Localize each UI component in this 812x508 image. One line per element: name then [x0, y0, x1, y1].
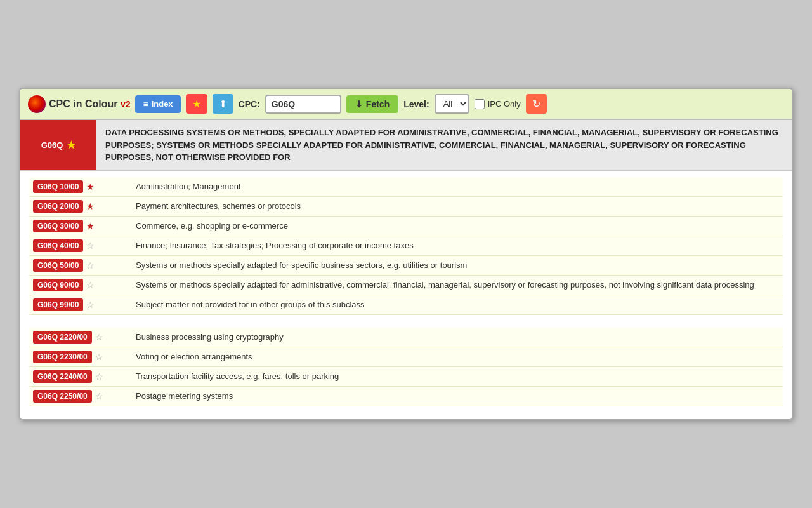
row-description: Voting or election arrangements [131, 351, 783, 363]
table-row: G06Q 2250/00☆Postage metering systems [29, 387, 783, 406]
section-gap [29, 321, 783, 328]
table-row: G06Q 40/00☆Finance; Insurance; Tax strat… [29, 236, 783, 256]
upload-button[interactable]: ⬆ [213, 94, 233, 114]
code-badge[interactable]: G06Q 2220/00 [33, 331, 92, 344]
section-main: G06Q 10/00★Administration; ManagementG06… [29, 177, 783, 315]
star-filled-icon[interactable]: ★ [86, 221, 95, 231]
code-badge[interactable]: G06Q 30/00 [33, 220, 83, 232]
star-filled-icon[interactable]: ★ [86, 201, 95, 211]
row-code-cell: G06Q 30/00★ [29, 218, 131, 234]
code-badge[interactable]: G06Q 10/00 [33, 180, 83, 193]
row-code-cell: G06Q 10/00★ [29, 179, 131, 194]
table-row: G06Q 2220/00☆Business processing using c… [29, 328, 783, 347]
code-badge[interactable]: G06Q 99/00 [33, 298, 83, 311]
code-badge[interactable]: G06Q 90/00 [33, 279, 83, 291]
row-code-cell: G06Q 40/00☆ [29, 238, 131, 253]
row-code-cell: G06Q 20/00★ [29, 199, 131, 214]
header-description: DATA PROCESSING SYSTEMS OR METHODS, SPEC… [96, 120, 792, 170]
header-row: G06Q ★ DATA PROCESSING SYSTEMS OR METHOD… [20, 120, 792, 171]
row-description: Systems or methods specially adapted for… [131, 279, 783, 291]
download-icon: ⬇ [355, 99, 363, 109]
row-code-cell: G06Q 99/00☆ [29, 297, 131, 312]
star-empty-icon[interactable]: ☆ [86, 260, 95, 271]
row-description: Postage metering systems [131, 390, 783, 402]
level-label: Level: [403, 99, 429, 109]
star-empty-icon[interactable]: ☆ [95, 391, 103, 401]
code-badge[interactable]: G06Q 50/00 [33, 259, 83, 272]
row-description: Transportation facility access, e.g. far… [131, 370, 783, 382]
level-select[interactable]: All 1 2 3 [435, 94, 469, 114]
cpc-label: CPC: [239, 99, 260, 109]
code-badge[interactable]: G06Q 40/00 [33, 239, 83, 252]
cpc-input[interactable] [265, 95, 341, 114]
table-row: G06Q 20/00★Payment architectures, scheme… [29, 197, 783, 217]
row-code-cell: G06Q 2240/00☆ [29, 369, 131, 384]
code-badge[interactable]: G06Q 2240/00 [33, 370, 92, 383]
table-row: G06Q 10/00★Administration; Management [29, 177, 783, 197]
row-code-cell: G06Q 90/00☆ [29, 277, 131, 293]
section-extended: G06Q 2220/00☆Business processing using c… [29, 328, 783, 406]
header-code-cell: G06Q ★ [20, 120, 96, 170]
list-icon: ≡ [143, 99, 148, 109]
toolbar: CPC in Colour v2 ≡ Index ★ ⬆ CPC: ⬇ Fetc… [20, 89, 792, 120]
app-title: CPC in Colour v2 [49, 98, 130, 110]
code-badge[interactable]: G06Q 20/00 [33, 200, 83, 213]
row-description: Administration; Management [131, 180, 783, 192]
header-star-icon[interactable]: ★ [67, 139, 75, 151]
ipc-only-checkbox[interactable] [475, 99, 485, 109]
logo-icon [28, 95, 46, 113]
star-filled-icon[interactable]: ★ [86, 182, 95, 192]
table-row: G06Q 2230/00☆Voting or election arrangem… [29, 347, 783, 367]
star-empty-icon[interactable]: ☆ [95, 371, 103, 382]
app-container: CPC in Colour v2 ≡ Index ★ ⬆ CPC: ⬇ Fetc… [19, 88, 793, 420]
row-description: Systems or methods specially adapted for… [131, 259, 783, 271]
app-version: v2 [121, 99, 131, 109]
upload-icon: ⬆ [219, 98, 227, 110]
row-description: Commerce, e.g. shopping or e-commerce [131, 220, 783, 232]
row-code-cell: G06Q 2230/00☆ [29, 349, 131, 364]
row-description: Finance; Insurance; Tax strategies; Proc… [131, 239, 783, 251]
row-code-cell: G06Q 2250/00☆ [29, 389, 131, 404]
row-description: Business processing using cryptography [131, 331, 783, 343]
app-logo: CPC in Colour v2 [28, 95, 130, 113]
refresh-icon: ↻ [532, 98, 540, 110]
row-code-cell: G06Q 50/00☆ [29, 258, 131, 273]
star-empty-icon[interactable]: ☆ [86, 241, 95, 251]
table-row: G06Q 2240/00☆Transportation facility acc… [29, 367, 783, 387]
row-description: Payment architectures, schemes or protoc… [131, 200, 783, 212]
header-code: G06Q [41, 140, 63, 150]
fetch-button[interactable]: ⬇ Fetch [346, 95, 398, 113]
ipc-only-wrapper: IPC Only [475, 99, 521, 109]
table-row: G06Q 90/00☆Systems or methods specially … [29, 276, 783, 295]
row-description: Subject matter not provided for in other… [131, 298, 783, 311]
table-row: G06Q 50/00☆Systems or methods specially … [29, 256, 783, 276]
table-row: G06Q 99/00☆Subject matter not provided f… [29, 295, 783, 315]
star-empty-icon[interactable]: ☆ [95, 332, 103, 342]
table-row: G06Q 30/00★Commerce, e.g. shopping or e-… [29, 217, 783, 236]
star-empty-icon[interactable]: ☆ [95, 352, 103, 362]
index-button[interactable]: ≡ Index [135, 95, 180, 113]
star-empty-icon[interactable]: ☆ [86, 280, 95, 290]
table-area: G06Q 10/00★Administration; ManagementG06… [20, 171, 792, 419]
code-badge[interactable]: G06Q 2250/00 [33, 390, 92, 403]
favorites-button[interactable]: ★ [186, 94, 207, 114]
row-code-cell: G06Q 2220/00☆ [29, 330, 131, 345]
star-empty-icon[interactable]: ☆ [86, 300, 95, 310]
star-icon: ★ [192, 98, 201, 110]
ipc-only-label[interactable]: IPC Only [488, 99, 521, 109]
refresh-button[interactable]: ↻ [526, 94, 547, 114]
code-badge[interactable]: G06Q 2230/00 [33, 351, 92, 363]
